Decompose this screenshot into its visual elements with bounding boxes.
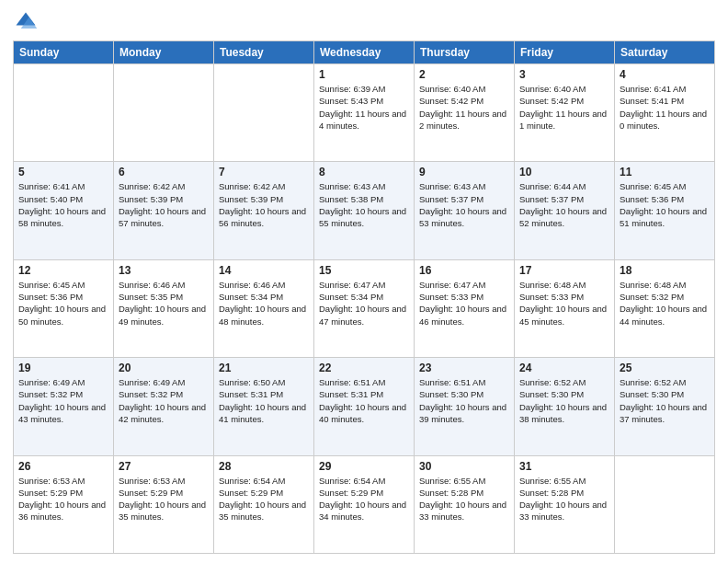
day-number: 19 [18,362,108,374]
day-cell: 19Sunrise: 6:49 AMSunset: 5:32 PMDayligh… [14,358,114,455]
day-number: 1 [319,68,409,81]
week-row-2: 12Sunrise: 6:45 AMSunset: 5:36 PMDayligh… [14,259,715,357]
day-number: 16 [419,264,509,277]
day-info: Sunrise: 6:55 AMSunset: 5:28 PMDaylight:… [419,475,509,523]
day-number: 7 [219,166,309,178]
day-number: 29 [319,460,409,473]
day-number: 8 [319,166,409,178]
day-info: Sunrise: 6:48 AMSunset: 5:33 PMDaylight:… [519,279,609,327]
day-number: 22 [319,362,409,374]
day-info: Sunrise: 6:40 AMSunset: 5:42 PMDaylight:… [419,83,509,132]
week-row-3: 19Sunrise: 6:49 AMSunset: 5:32 PMDayligh… [14,358,715,455]
week-row-4: 26Sunrise: 6:53 AMSunset: 5:29 PMDayligh… [14,455,715,553]
day-cell: 22Sunrise: 6:51 AMSunset: 5:31 PMDayligh… [314,358,415,455]
day-number: 30 [419,460,509,473]
day-cell: 12Sunrise: 6:45 AMSunset: 5:36 PMDayligh… [14,259,114,357]
day-info: Sunrise: 6:39 AMSunset: 5:43 PMDaylight:… [319,83,409,132]
day-info: Sunrise: 6:51 AMSunset: 5:31 PMDaylight:… [319,376,409,425]
col-header-saturday: Saturday [615,41,715,64]
day-number: 14 [219,264,309,277]
day-info: Sunrise: 6:52 AMSunset: 5:30 PMDaylight:… [519,376,609,425]
day-info: Sunrise: 6:52 AMSunset: 5:30 PMDaylight:… [620,376,710,425]
day-info: Sunrise: 6:54 AMSunset: 5:29 PMDaylight:… [319,475,409,523]
day-info: Sunrise: 6:53 AMSunset: 5:29 PMDaylight:… [18,475,108,523]
day-cell: 24Sunrise: 6:52 AMSunset: 5:30 PMDayligh… [515,358,615,455]
day-cell: 28Sunrise: 6:54 AMSunset: 5:29 PMDayligh… [214,455,314,553]
day-cell: 4Sunrise: 6:41 AMSunset: 5:41 PMDaylight… [615,64,715,162]
day-cell: 8Sunrise: 6:43 AMSunset: 5:38 PMDaylight… [314,162,415,259]
day-number: 9 [419,166,509,178]
day-info: Sunrise: 6:42 AMSunset: 5:39 PMDaylight:… [219,180,309,229]
day-cell: 26Sunrise: 6:53 AMSunset: 5:29 PMDayligh… [14,455,114,553]
day-number: 28 [219,460,309,473]
col-header-wednesday: Wednesday [314,41,415,64]
day-cell: 11Sunrise: 6:45 AMSunset: 5:36 PMDayligh… [615,162,715,259]
day-info: Sunrise: 6:43 AMSunset: 5:38 PMDaylight:… [319,180,409,229]
day-cell: 13Sunrise: 6:46 AMSunset: 5:35 PMDayligh… [114,259,214,357]
day-info: Sunrise: 6:45 AMSunset: 5:36 PMDaylight:… [620,180,710,229]
day-cell: 7Sunrise: 6:42 AMSunset: 5:39 PMDaylight… [214,162,314,259]
calendar-table: SundayMondayTuesdayWednesdayThursdayFrid… [13,40,715,554]
week-row-0: 1Sunrise: 6:39 AMSunset: 5:43 PMDaylight… [14,64,715,162]
day-number: 21 [219,362,309,374]
day-number: 25 [620,362,710,374]
day-info: Sunrise: 6:51 AMSunset: 5:30 PMDaylight:… [419,376,509,425]
day-cell: 9Sunrise: 6:43 AMSunset: 5:37 PMDaylight… [415,162,515,259]
col-header-friday: Friday [515,41,615,64]
day-number: 11 [620,166,710,178]
logo-icon [13,9,39,35]
day-cell: 5Sunrise: 6:41 AMSunset: 5:40 PMDaylight… [14,162,114,259]
day-cell: 10Sunrise: 6:44 AMSunset: 5:37 PMDayligh… [515,162,615,259]
day-cell [14,64,114,162]
day-number: 4 [620,68,710,81]
day-info: Sunrise: 6:46 AMSunset: 5:35 PMDaylight:… [119,279,209,327]
day-info: Sunrise: 6:45 AMSunset: 5:36 PMDaylight:… [18,279,108,327]
day-number: 26 [18,460,108,473]
day-cell: 30Sunrise: 6:55 AMSunset: 5:28 PMDayligh… [415,455,515,553]
day-info: Sunrise: 6:46 AMSunset: 5:34 PMDaylight:… [219,279,309,327]
day-info: Sunrise: 6:49 AMSunset: 5:32 PMDaylight:… [119,376,209,425]
day-number: 10 [519,166,609,178]
day-info: Sunrise: 6:41 AMSunset: 5:41 PMDaylight:… [620,83,710,132]
day-cell [114,64,214,162]
day-info: Sunrise: 6:49 AMSunset: 5:32 PMDaylight:… [18,376,108,425]
col-header-thursday: Thursday [415,41,515,64]
day-cell: 17Sunrise: 6:48 AMSunset: 5:33 PMDayligh… [515,259,615,357]
day-cell: 1Sunrise: 6:39 AMSunset: 5:43 PMDaylight… [314,64,415,162]
day-number: 31 [519,460,609,473]
day-number: 18 [620,264,710,277]
day-info: Sunrise: 6:44 AMSunset: 5:37 PMDaylight:… [519,180,609,229]
day-number: 15 [319,264,409,277]
logo [13,9,42,35]
col-header-tuesday: Tuesday [214,41,314,64]
day-number: 12 [18,264,108,277]
day-cell: 21Sunrise: 6:50 AMSunset: 5:31 PMDayligh… [214,358,314,455]
day-number: 17 [519,264,609,277]
day-cell: 23Sunrise: 6:51 AMSunset: 5:30 PMDayligh… [415,358,515,455]
day-info: Sunrise: 6:48 AMSunset: 5:32 PMDaylight:… [620,279,710,327]
day-number: 2 [419,68,509,81]
day-cell: 27Sunrise: 6:53 AMSunset: 5:29 PMDayligh… [114,455,214,553]
day-number: 5 [18,166,108,178]
day-cell: 18Sunrise: 6:48 AMSunset: 5:32 PMDayligh… [615,259,715,357]
day-cell: 15Sunrise: 6:47 AMSunset: 5:34 PMDayligh… [314,259,415,357]
day-cell: 20Sunrise: 6:49 AMSunset: 5:32 PMDayligh… [114,358,214,455]
day-info: Sunrise: 6:41 AMSunset: 5:40 PMDaylight:… [18,180,108,229]
page: SundayMondayTuesdayWednesdayThursdayFrid… [0,0,728,563]
day-cell [615,455,715,553]
day-info: Sunrise: 6:53 AMSunset: 5:29 PMDaylight:… [119,475,209,523]
day-info: Sunrise: 6:55 AMSunset: 5:28 PMDaylight:… [519,475,609,523]
header-row: SundayMondayTuesdayWednesdayThursdayFrid… [14,41,715,64]
day-number: 24 [519,362,609,374]
day-number: 20 [119,362,209,374]
day-number: 23 [419,362,509,374]
day-number: 13 [119,264,209,277]
week-row-1: 5Sunrise: 6:41 AMSunset: 5:40 PMDaylight… [14,162,715,259]
day-cell: 6Sunrise: 6:42 AMSunset: 5:39 PMDaylight… [114,162,214,259]
day-number: 6 [119,166,209,178]
day-info: Sunrise: 6:40 AMSunset: 5:42 PMDaylight:… [519,83,609,132]
day-number: 27 [119,460,209,473]
header [13,9,715,35]
day-cell: 3Sunrise: 6:40 AMSunset: 5:42 PMDaylight… [515,64,615,162]
col-header-sunday: Sunday [14,41,114,64]
